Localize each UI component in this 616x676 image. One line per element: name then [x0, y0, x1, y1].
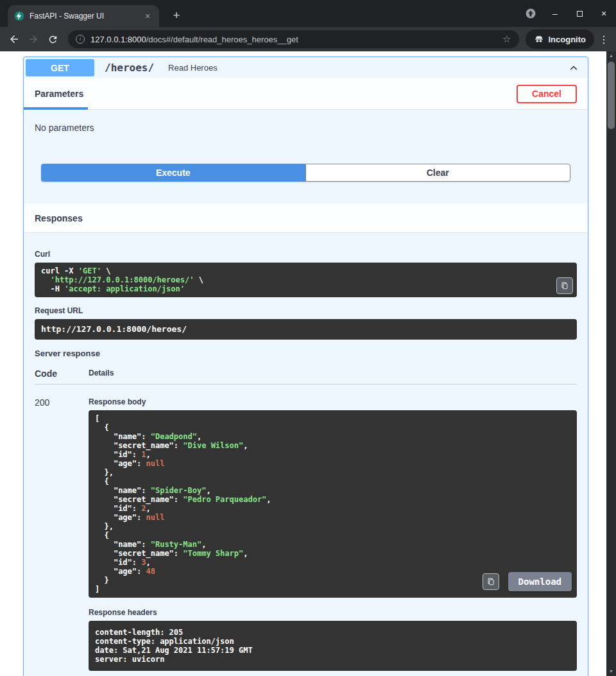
endpoint-summary: Read Heroes: [168, 63, 218, 73]
responses-body: Curl curl -X 'GET' \ 'http://127.0.0.1:8…: [24, 233, 588, 676]
swagger-page: GET /heroes/ Read Heroes Parameters Canc…: [0, 51, 606, 676]
tab-close-icon[interactable]: ×: [142, 11, 153, 21]
response-table-header: Code Details: [35, 368, 577, 385]
code-column-header: Code: [35, 368, 89, 379]
curl-block: curl -X 'GET' \ 'http://127.0.0.1:8000/h…: [35, 263, 577, 297]
method-badge: GET: [26, 59, 94, 76]
incognito-label: Incognito: [549, 35, 586, 44]
window-close-button[interactable]: ×: [595, 5, 612, 22]
url-path: /docs#/default/read_heroes_heroes__get: [146, 35, 298, 44]
responses-header: Responses: [24, 204, 588, 233]
cancel-button[interactable]: Cancel: [517, 85, 577, 103]
incognito-spy-icon: [534, 34, 544, 44]
request-url-block: http://127.0.0.1:8000/heroes/: [35, 319, 577, 340]
curl-code: curl -X 'GET' \ 'http://127.0.0.1:8000/h…: [41, 266, 570, 293]
opblock-summary[interactable]: GET /heroes/ Read Heroes: [24, 57, 588, 78]
copy-response-button[interactable]: [483, 573, 499, 590]
execute-wrapper: Execute Clear: [41, 164, 570, 182]
collapse-button[interactable]: [567, 62, 580, 74]
browser-tab-bar: FastAPI - Swagger UI × + – ×: [0, 0, 616, 27]
response-body-label: Response body: [89, 397, 577, 406]
browser-update-icon[interactable]: [522, 5, 539, 22]
status-code: 200: [35, 397, 89, 671]
bookmark-star-icon[interactable]: ☆: [502, 33, 511, 45]
active-tab-underline: [24, 107, 88, 110]
browser-menu-icon[interactable]: ⋮: [597, 33, 611, 46]
incognito-badge: Incognito: [526, 30, 595, 49]
clear-button[interactable]: Clear: [305, 164, 571, 182]
server-response-label: Server response: [35, 349, 577, 358]
download-button[interactable]: Download: [508, 572, 572, 591]
no-parameters-text: No parameters: [35, 123, 577, 133]
endpoint-path: /heroes/: [105, 62, 154, 74]
back-button[interactable]: [5, 30, 23, 48]
opblock-get-heroes: GET /heroes/ Read Heroes Parameters Canc…: [23, 56, 588, 676]
response-body-controls: Download: [483, 572, 572, 591]
window-controls: – ×: [522, 5, 612, 22]
responses-title: Responses: [35, 213, 83, 223]
browser-toolbar: i 127.0.0.1:8000/docs#/default/read_hero…: [0, 27, 616, 51]
new-tab-button[interactable]: +: [168, 7, 185, 24]
browser-tab[interactable]: FastAPI - Swagger UI ×: [8, 5, 159, 27]
maximize-button[interactable]: [571, 5, 588, 22]
response-headers-label: Response headers: [89, 608, 577, 617]
execute-button[interactable]: Execute: [41, 164, 305, 182]
parameters-body: No parameters Execute Clear: [24, 110, 588, 204]
clipboard-icon: [560, 281, 569, 290]
scrollbar-thumb[interactable]: [608, 62, 615, 129]
minimize-button[interactable]: –: [547, 5, 563, 22]
parameters-title: Parameters: [35, 89, 83, 99]
maximize-icon: [577, 11, 583, 17]
forward-button[interactable]: [24, 30, 42, 48]
scrollbar-up-arrow[interactable]: ▲: [606, 51, 616, 60]
tab-title: FastAPI - Swagger UI: [30, 12, 137, 21]
copy-curl-button[interactable]: [556, 277, 573, 294]
site-info-icon[interactable]: i: [76, 35, 85, 44]
address-bar[interactable]: i 127.0.0.1:8000/docs#/default/read_hero…: [68, 30, 519, 48]
url-text: 127.0.0.1:8000/docs#/default/read_heroes…: [90, 35, 497, 44]
fastapi-favicon: [14, 11, 24, 21]
page-scrollbar[interactable]: ▲ ▼: [606, 51, 616, 676]
scrollbar-down-arrow[interactable]: ▼: [606, 667, 616, 676]
response-details: Response body [ { "name": "Deadpond", "s…: [89, 397, 577, 671]
response-body-block: [ { "name": "Deadpond", "secret_name": "…: [89, 410, 577, 598]
parameters-header: Parameters Cancel: [24, 78, 588, 110]
curl-label: Curl: [35, 250, 577, 259]
request-url-label: Request URL: [35, 306, 577, 315]
clipboard-icon: [486, 577, 495, 586]
response-row: 200 Response body [ { "name": "Deadpond"…: [35, 397, 577, 671]
reload-button[interactable]: [44, 30, 62, 48]
request-url-value: http://127.0.0.1:8000/heroes/: [41, 324, 187, 334]
response-headers-code: content-length: 205content-type: applica…: [89, 621, 577, 671]
url-host: 127.0.0.1:8000: [90, 35, 146, 44]
response-body-code: [ { "name": "Deadpond", "secret_name": "…: [95, 414, 570, 594]
browser-window: FastAPI - Swagger UI × + – × i: [0, 0, 616, 676]
details-column-header: Details: [89, 368, 114, 379]
